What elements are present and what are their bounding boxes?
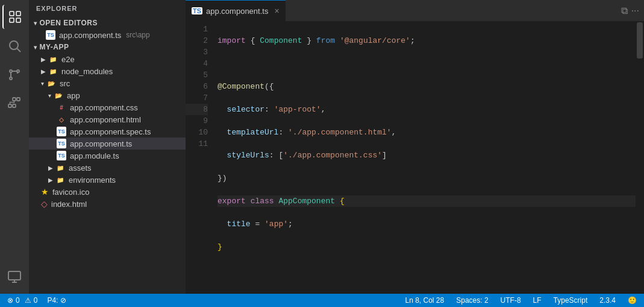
open-editors-header[interactable]: ▾ OPEN EDITORS	[29, 17, 186, 29]
app-ts-label: app.component.ts	[70, 139, 132, 148]
app-spec-label: app.component.spec.ts	[70, 127, 151, 136]
app-chevron: ▾	[48, 92, 51, 99]
svg-rect-13	[8, 271, 20, 280]
svg-rect-10	[13, 98, 16, 101]
svg-rect-11	[13, 104, 16, 107]
sidebar-item-environments[interactable]: ▶ 📁 environments	[29, 174, 186, 186]
code-content[interactable]: import { Component } from '@angular/core…	[213, 21, 636, 294]
sidebar-item-index-html[interactable]: ◇ index.html	[29, 198, 186, 210]
e2e-label: e2e	[61, 55, 75, 64]
remote-activity-icon[interactable]	[2, 265, 27, 289]
extensions-activity-icon[interactable]	[2, 92, 27, 116]
svg-line-5	[17, 49, 21, 52]
sidebar-item-src[interactable]: ▾ 📂 src	[29, 77, 186, 89]
environments-label: environments	[69, 176, 116, 185]
open-editor-filename: app.component.ts	[59, 31, 121, 40]
status-version[interactable]: 2.3.4	[597, 296, 618, 305]
main-area: EXPLORER ▾ OPEN EDITORS TS app.component…	[0, 0, 644, 294]
css-file-icon: #	[57, 103, 66, 112]
status-spaces[interactable]: Spaces: 2	[454, 296, 490, 305]
more-actions-icon[interactable]: ···	[631, 5, 639, 16]
code-line-7: })	[217, 172, 636, 184]
code-editor[interactable]: 1 2 3 4 5 6 7 8 9 10 11 import { Compone…	[186, 21, 644, 294]
code-line-2	[217, 58, 636, 69]
app-css-label: app.component.css	[70, 103, 138, 112]
sidebar-item-assets[interactable]: ▶ 📁 assets	[29, 162, 186, 174]
explorer-activity-icon[interactable]	[2, 5, 27, 29]
assets-chevron: ▶	[48, 165, 53, 171]
no-entry-icon: ⊘	[60, 296, 66, 305]
node-modules-chevron: ▶	[41, 68, 46, 75]
status-emoji[interactable]: 🙂	[625, 296, 639, 305]
code-line-6: styleUrls: ['./app.component.css']	[217, 150, 636, 161]
spec-ts-icon: TS	[57, 127, 66, 136]
environments-folder-icon: 📁	[55, 175, 65, 185]
favicon-label: favicon.ico	[52, 188, 89, 197]
editor-tab-app-component[interactable]: TS app.component.ts ×	[186, 0, 286, 21]
sidebar-item-node-modules[interactable]: ▶ 📁 node_modules	[29, 65, 186, 77]
html-file-icon: ◇	[57, 115, 66, 124]
code-line-1: import { Component } from '@angular/core…	[217, 35, 636, 46]
status-bar: ⊗ 0 ⚠ 0 P4: ⊘ Ln 8, Col 28 Spaces: 2 UTF…	[0, 294, 644, 307]
ts-file-icon: TS	[46, 30, 55, 40]
status-branch[interactable]: P4: ⊘	[45, 296, 69, 305]
svg-rect-12	[17, 98, 20, 101]
line-ending-label: LF	[533, 296, 542, 305]
app-html-label: app.component.html	[70, 115, 141, 124]
feedback-emoji: 🙂	[628, 296, 637, 305]
node-modules-label: node_modules	[61, 67, 113, 76]
open-editors-label: OPEN EDITORS	[40, 19, 98, 27]
svg-rect-9	[8, 104, 11, 107]
error-icon: ⊗	[7, 296, 13, 305]
svg-rect-3	[16, 18, 20, 22]
app-container: EXPLORER ▾ OPEN EDITORS TS app.component…	[0, 0, 644, 307]
sidebar-item-app-module[interactable]: TS app.module.ts	[29, 150, 186, 162]
code-line-8: export class AppComponent {	[217, 195, 636, 207]
status-line-ending[interactable]: LF	[531, 296, 544, 305]
open-editor-path: src\app	[126, 31, 149, 39]
tab-close-button[interactable]: ×	[274, 7, 279, 15]
tab-filename: app.component.ts	[206, 7, 268, 16]
spaces-label: Spaces: 2	[456, 296, 488, 305]
tab-actions: ⧉ ···	[621, 5, 644, 16]
sidebar-item-favicon[interactable]: ★ favicon.ico	[29, 186, 186, 198]
error-count: 0	[16, 296, 20, 305]
encoding-label: UTF-8	[501, 296, 521, 305]
search-activity-icon[interactable]	[2, 34, 27, 58]
status-language[interactable]: TypeScript	[551, 296, 590, 305]
sidebar-item-app-html[interactable]: ◇ app.component.html	[29, 113, 186, 125]
status-errors[interactable]: ⊗ 0 ⚠ 0	[5, 296, 40, 305]
warning-count: 0	[34, 296, 38, 305]
src-chevron: ▾	[41, 80, 44, 87]
svg-point-4	[10, 41, 18, 49]
git-activity-icon[interactable]	[2, 63, 27, 87]
assets-folder-icon: 📁	[55, 163, 65, 172]
star-icon: ★	[41, 187, 49, 197]
status-cursor[interactable]: Ln 8, Col 28	[402, 296, 446, 305]
index-html-label: index.html	[51, 200, 87, 209]
sidebar-item-app-css[interactable]: # app.component.css	[29, 101, 186, 113]
my-app-header[interactable]: ▾ MY-APP	[29, 41, 186, 53]
code-line-5: templateUrl: './app.component.html',	[217, 127, 636, 138]
sidebar-item-app-ts[interactable]: TS app.component.ts	[29, 138, 186, 150]
tab-bar: TS app.component.ts × ⧉ ···	[186, 0, 644, 21]
scrollbar[interactable]	[636, 21, 644, 294]
split-editor-icon[interactable]: ⧉	[621, 5, 628, 16]
scrollbar-thumb	[637, 22, 643, 59]
app-folder-icon: 📂	[54, 90, 63, 100]
e2e-chevron: ▶	[41, 56, 46, 63]
sidebar-title: EXPLORER	[29, 0, 186, 17]
sidebar-item-e2e[interactable]: ▶ 📁 e2e	[29, 53, 186, 65]
open-editors-chevron: ▾	[34, 20, 37, 27]
app-ts-icon: TS	[57, 139, 66, 148]
sidebar-item-app[interactable]: ▾ 📂 app	[29, 89, 186, 101]
open-editor-app-component[interactable]: TS app.component.ts src\app	[29, 29, 186, 41]
status-encoding[interactable]: UTF-8	[498, 296, 524, 305]
editor-area: TS app.component.ts × ⧉ ··· 1 2 3 4 5 6	[186, 0, 644, 294]
code-line-10: }	[217, 241, 636, 253]
assets-label: assets	[69, 163, 92, 172]
code-line-3: @Component({	[217, 81, 636, 92]
tab-ts-icon: TS	[192, 7, 202, 14]
environments-chevron: ▶	[48, 177, 53, 183]
sidebar-item-app-spec[interactable]: TS app.component.spec.ts	[29, 125, 186, 138]
